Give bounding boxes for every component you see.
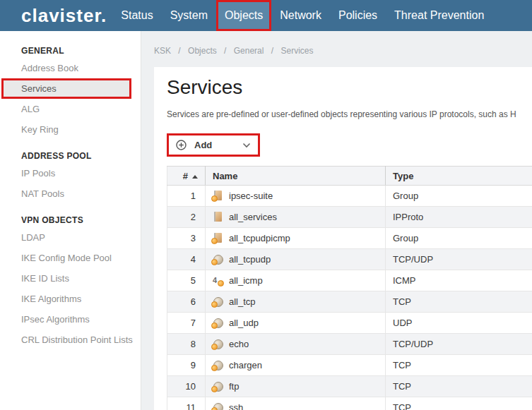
service-name-cell: ssh xyxy=(206,397,386,410)
menu-item-label: Status xyxy=(121,9,153,21)
table-row[interactable]: 2 all_services IPProto xyxy=(167,207,532,228)
menu-item[interactable]: Status xyxy=(112,0,161,31)
sidebar-item-label: IKE Algorithms xyxy=(21,294,81,304)
service-name-link[interactable]: all_tcp xyxy=(229,296,256,307)
breadcrumb-item-label: KSK xyxy=(154,46,171,56)
sidebar-item-label: NAT Pools xyxy=(21,188,64,199)
service-icon xyxy=(213,339,223,349)
table-row[interactable]: 9 chargen TCP xyxy=(167,355,532,376)
row-number-cell: 11 xyxy=(167,397,206,410)
breadcrumb-item[interactable]: KSK xyxy=(154,46,173,56)
sidebar-item[interactable]: Services xyxy=(1,78,131,99)
row-number-cell: 3 xyxy=(167,228,206,249)
table-row[interactable]: 11 ssh TCP xyxy=(167,397,532,410)
row-number-cell: 8 xyxy=(167,334,206,355)
add-button[interactable]: Add xyxy=(167,133,260,157)
service-type-cell: TCP/UDP xyxy=(386,334,532,355)
service-type-cell: TCP/UDP xyxy=(386,249,532,270)
service-name-cell: all_icmp xyxy=(206,270,386,291)
sidebar-item[interactable]: IKE ID Lists xyxy=(0,268,141,289)
row-number-cell: 2 xyxy=(167,207,206,228)
service-name-link[interactable]: ipsec-suite xyxy=(229,191,273,201)
sidebar-section-vpn-objects: VPN OBJECTS xyxy=(21,215,141,225)
service-name-cell: ipsec-suite xyxy=(206,186,386,207)
menu-item-label: Threat Prevention xyxy=(394,9,484,21)
row-number-cell: 10 xyxy=(167,376,206,397)
column-header-name[interactable]: Name xyxy=(206,167,386,186)
sidebar-item[interactable]: Key Ring xyxy=(0,119,141,140)
service-icon xyxy=(213,318,223,328)
sidebar-item[interactable]: ALG xyxy=(0,99,141,119)
service-name-link[interactable]: all_icmp xyxy=(229,275,263,286)
icmp-icon xyxy=(213,275,223,286)
table-row[interactable]: 4 all_tcpudp TCP/UDP xyxy=(167,249,532,270)
service-icon xyxy=(213,381,223,392)
service-icon xyxy=(213,360,223,370)
column-header-number[interactable]: # xyxy=(167,167,206,186)
sidebar-item[interactable]: LDAP xyxy=(0,227,141,248)
service-name-cell: all_udp xyxy=(206,313,386,334)
service-icon xyxy=(213,296,223,307)
sidebar-item[interactable]: IKE Config Mode Pool xyxy=(0,248,141,268)
service-name-cell: all_tcp xyxy=(206,291,386,313)
service-name-cell: echo xyxy=(206,334,386,355)
service-name-cell: all_tcpudpicmp xyxy=(206,228,386,249)
service-name-link[interactable]: all_udp xyxy=(229,318,259,328)
service-name-link[interactable]: ssh xyxy=(229,402,243,410)
table-row[interactable]: 1 ipsec-suite Group xyxy=(167,186,532,207)
sidebar-item[interactable]: IPsec Algorithms xyxy=(0,309,141,330)
page-title: Services xyxy=(167,76,532,100)
table-row[interactable]: 8 echo TCP/UDP xyxy=(167,334,532,355)
breadcrumb-item[interactable]: General xyxy=(219,46,266,56)
breadcrumb-item[interactable]: Services xyxy=(266,46,314,56)
menu-item[interactable]: Objects xyxy=(216,0,271,31)
sidebar-item-label: Key Ring xyxy=(21,124,59,135)
service-type-cell: TCP xyxy=(386,376,532,397)
menu-item-label: System xyxy=(170,9,208,21)
sidebar-item[interactable]: Address Book xyxy=(0,58,141,78)
service-name-link[interactable]: ftp xyxy=(229,381,239,392)
service-type-cell: TCP xyxy=(386,397,532,410)
service-name-link[interactable]: echo xyxy=(229,339,249,349)
menu-item[interactable]: Threat Prevention xyxy=(386,0,492,31)
sidebar: GENERAL Address Book Services ALG Key Ri… xyxy=(0,31,141,410)
service-name-link[interactable]: chargen xyxy=(229,360,262,370)
table-row[interactable]: 3 all_tcpudpicmp Group xyxy=(167,228,532,249)
breadcrumb-item[interactable]: Objects xyxy=(173,46,219,56)
menu-item[interactable]: Network xyxy=(271,0,330,31)
table-row[interactable]: 5 all_icmp ICMP xyxy=(167,270,532,291)
group-icon xyxy=(213,233,223,243)
row-number-cell: 7 xyxy=(167,313,206,334)
sidebar-section-address-pool: ADDRESS POOL xyxy=(21,151,141,161)
column-header-type[interactable]: Type xyxy=(386,167,532,186)
service-name-link[interactable]: all_tcpudpicmp xyxy=(229,233,290,243)
service-name-link[interactable]: all_services xyxy=(229,212,277,222)
service-name-cell: all_tcpudp xyxy=(206,249,386,270)
table-row[interactable]: 6 all_tcp TCP xyxy=(167,291,532,313)
menu-item[interactable]: Policies xyxy=(330,0,386,31)
menu-item[interactable]: System xyxy=(162,0,216,31)
sidebar-item[interactable]: IP Pools xyxy=(0,163,141,183)
service-type-cell: TCP xyxy=(386,355,532,376)
column-header-label: # xyxy=(183,171,188,181)
page-description: Services are pre-defined or user-defined… xyxy=(167,109,532,119)
service-type-cell: IPProto xyxy=(386,207,532,228)
row-number-cell: 4 xyxy=(167,249,206,270)
services-table: # Name Type 1 ipsec-suite xyxy=(167,166,532,410)
row-number-cell: 6 xyxy=(167,291,206,313)
service-type-cell: UDP xyxy=(386,313,532,334)
sidebar-item[interactable]: IKE Algorithms xyxy=(0,289,141,309)
sidebar-item[interactable]: NAT Pools xyxy=(0,183,141,204)
add-button-label: Add xyxy=(194,140,212,150)
column-header-label: Name xyxy=(213,171,237,181)
sidebar-item-label: Services xyxy=(21,83,57,94)
service-name-link[interactable]: all_tcpudp xyxy=(229,254,271,265)
sidebar-item[interactable]: CRL Distribution Point Lists xyxy=(0,330,141,350)
service-type-cell: Group xyxy=(386,228,532,249)
table-header-row: # Name Type xyxy=(167,167,532,186)
table-row[interactable]: 10 ftp TCP xyxy=(167,376,532,397)
breadcrumb: KSK Objects General Services xyxy=(141,31,532,56)
plus-circle-icon xyxy=(176,140,187,150)
table-row[interactable]: 7 all_udp UDP xyxy=(167,313,532,334)
sidebar-item-label: ALG xyxy=(21,104,40,114)
